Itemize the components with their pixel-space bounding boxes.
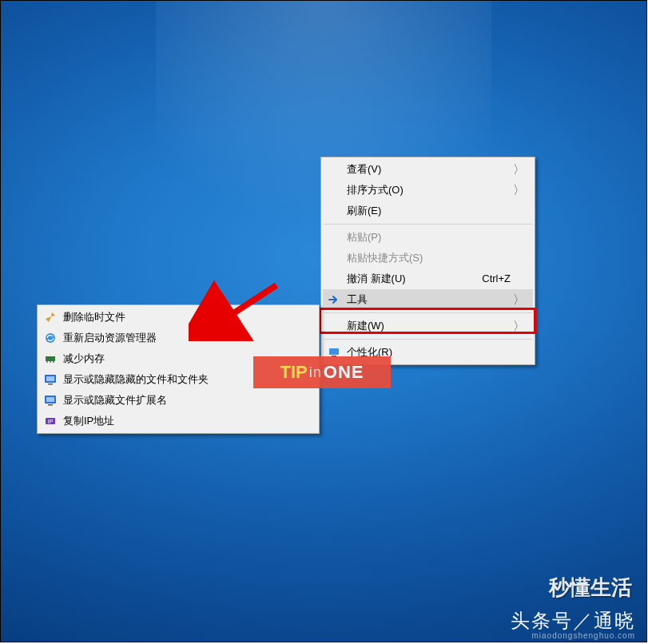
menu-item-label: 撤消 新建(U) — [347, 272, 406, 284]
globe-refresh-icon — [44, 332, 57, 344]
ip-copy-icon: IP — [44, 415, 57, 427]
svg-rect-5 — [50, 361, 51, 363]
svg-rect-8 — [46, 376, 54, 381]
svg-rect-11 — [46, 397, 54, 402]
svg-rect-0 — [329, 348, 339, 355]
svg-rect-4 — [46, 361, 48, 363]
svg-point-2 — [46, 333, 55, 343]
menu-item-tools[interactable]: 工具 〉 — [323, 289, 533, 310]
menu-item-label: 减少内存 — [63, 352, 105, 364]
menu-separator — [324, 339, 532, 340]
menu-item-sort[interactable]: 排序方式(O) 〉 — [323, 180, 533, 201]
menu-separator — [324, 224, 532, 225]
menu-item-delete-temp[interactable]: 删除临时文件 — [39, 307, 317, 328]
branding-miaodong: 秒懂生活 — [549, 574, 632, 602]
menu-item-paste-shortcut: 粘贴快捷方式(S) — [323, 248, 533, 268]
svg-rect-6 — [53, 361, 54, 363]
tipinone-watermark: TIPinONE — [253, 356, 391, 388]
chevron-right-icon: 〉 — [513, 289, 525, 310]
broom-icon — [44, 311, 57, 324]
menu-item-restart-explorer[interactable]: 重新启动资源管理器 — [39, 328, 317, 348]
svg-rect-9 — [48, 384, 53, 385]
chevron-right-icon: 〉 — [513, 316, 525, 336]
menu-item-label: 删除临时文件 — [63, 311, 125, 323]
menu-item-label: 工具 — [347, 293, 368, 305]
menu-item-paste: 粘贴(P) — [323, 227, 533, 248]
menu-item-refresh[interactable]: 刷新(E) — [323, 201, 533, 221]
branding-footer: 头条号／通晓 — [511, 608, 635, 634]
menu-item-label: 显示或隐藏隐藏的文件和文件夹 — [63, 373, 209, 385]
monitor-toggle-icon — [44, 394, 57, 407]
menu-item-label: 刷新(E) — [347, 205, 381, 217]
menu-item-copy-ip[interactable]: IP 复制IP地址 — [39, 411, 317, 431]
menu-item-label: 显示或隐藏文件扩展名 — [63, 394, 167, 406]
windows-desktop[interactable]: 查看(V) 〉 排序方式(O) 〉 刷新(E) 粘贴(P) 粘贴快捷方式(S) … — [0, 0, 647, 642]
svg-rect-3 — [46, 356, 55, 361]
watermark-tip: TIP — [280, 362, 308, 383]
menu-item-label: 粘贴快捷方式(S) — [347, 252, 423, 264]
svg-rect-12 — [48, 404, 53, 406]
ram-chip-icon — [44, 352, 57, 365]
menu-item-new[interactable]: 新建(W) 〉 — [323, 316, 533, 336]
branding-footer-sub: miaodongshenghuo.com — [531, 631, 635, 640]
menu-item-label: 新建(W) — [347, 320, 384, 332]
menu-item-shortcut: Ctrl+Z — [482, 268, 511, 289]
monitor-toggle-icon — [44, 373, 57, 386]
desktop-context-menu: 查看(V) 〉 排序方式(O) 〉 刷新(E) 粘贴(P) 粘贴快捷方式(S) … — [320, 157, 535, 365]
menu-item-view[interactable]: 查看(V) 〉 — [323, 159, 533, 180]
svg-text:IP: IP — [48, 419, 54, 424]
menu-item-toggle-extensions[interactable]: 显示或隐藏文件扩展名 — [39, 390, 317, 411]
watermark-in: in — [309, 364, 322, 381]
menu-item-label: 复制IP地址 — [63, 415, 114, 427]
arrow-right-blue-icon — [328, 293, 340, 306]
menu-item-label: 粘贴(P) — [347, 231, 381, 243]
chevron-right-icon: 〉 — [513, 180, 525, 201]
menu-item-label: 重新启动资源管理器 — [63, 332, 157, 344]
chevron-right-icon: 〉 — [513, 159, 525, 180]
watermark-one: ONE — [324, 362, 364, 383]
menu-item-label: 查看(V) — [347, 163, 381, 175]
menu-item-undo-new[interactable]: 撤消 新建(U) Ctrl+Z — [323, 268, 533, 289]
menu-item-label: 排序方式(O) — [347, 184, 404, 196]
menu-separator — [324, 312, 532, 313]
